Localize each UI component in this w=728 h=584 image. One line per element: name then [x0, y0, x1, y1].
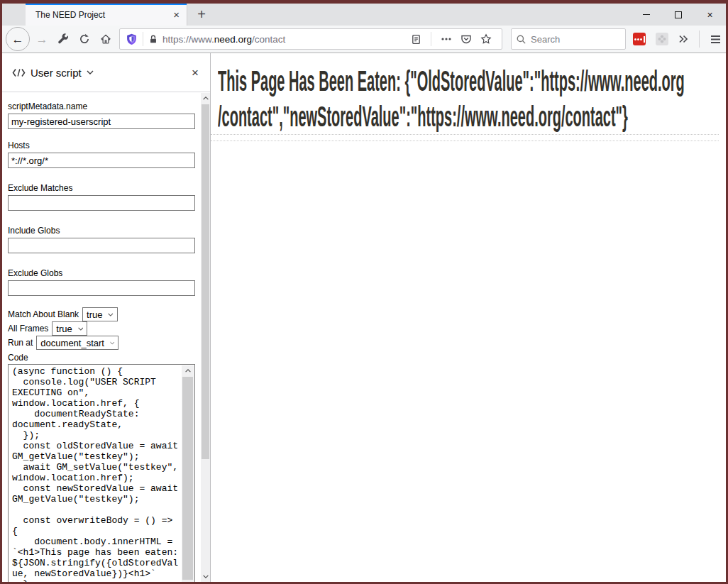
code-textarea[interactable]: (async function () { console.log("USER S… — [9, 365, 182, 582]
dotted-divider — [211, 134, 719, 135]
browser-window: The NEED Project × + × ← → — [2, 4, 726, 582]
search-bar[interactable] — [511, 28, 626, 50]
sidebar-form: scriptMetadata.name Hosts Exclude Matche… — [2, 93, 201, 582]
field-script-name: scriptMetadata.name — [8, 101, 195, 129]
scroll-up-arrow[interactable] — [182, 365, 194, 376]
reload-button[interactable] — [74, 28, 95, 50]
heading-line-1: This Page Has Been Eaten: {"OldStoredVal… — [218, 63, 715, 99]
close-icon: × — [707, 10, 712, 20]
home-button[interactable] — [95, 28, 116, 50]
sidebar-title: User script — [31, 67, 82, 79]
hosts-input[interactable] — [8, 153, 195, 168]
match-about-blank-label: Match About Blank — [8, 309, 79, 319]
bookmark-star-button[interactable] — [476, 29, 496, 49]
new-tab-button[interactable]: + — [189, 4, 214, 26]
tab-close-icon[interactable]: × — [172, 9, 181, 20]
window-controls: × — [630, 4, 726, 26]
meatball-menu-icon — [441, 38, 451, 40]
exclude-matches-input[interactable] — [8, 195, 195, 211]
tab-bar: The NEED Project × + × — [2, 4, 726, 26]
code-editor: (async function () { console.log("USER S… — [8, 364, 195, 582]
wrench-button[interactable] — [53, 28, 74, 50]
script-name-label: scriptMetadata.name — [8, 101, 195, 111]
code-scrollbar[interactable] — [182, 365, 194, 582]
code-label: Code — [8, 353, 195, 363]
field-match-about-blank: Match About Blank true — [8, 307, 195, 321]
tracking-protection-shield-icon[interactable] — [126, 33, 138, 45]
include-globs-input[interactable] — [8, 238, 195, 253]
lock-icon — [148, 34, 158, 45]
search-input[interactable] — [531, 34, 621, 45]
hamburger-menu-icon — [710, 35, 721, 44]
search-icon — [516, 34, 526, 45]
page-actions-button[interactable] — [436, 29, 456, 49]
hosts-label: Hosts — [8, 141, 195, 150]
all-frames-label: All Frames — [8, 324, 48, 334]
scroll-thumb[interactable] — [182, 377, 193, 580]
password-extension-button[interactable] — [633, 33, 646, 45]
url-scheme: https://www. — [162, 34, 214, 45]
titlebar-drag-space — [2, 4, 26, 26]
back-button[interactable]: ← — [6, 27, 30, 51]
wrench-icon — [57, 33, 69, 45]
chevron-down-icon — [78, 327, 84, 331]
pocket-icon — [460, 33, 472, 45]
url-domain: need.org — [214, 34, 252, 45]
forward-button[interactable]: → — [31, 28, 53, 50]
all-frames-select[interactable]: true — [52, 321, 87, 336]
script-name-input[interactable] — [8, 114, 195, 129]
code-icon — [12, 68, 26, 77]
reader-mode-button[interactable] — [406, 29, 426, 49]
sidebar-header: User script × — [2, 53, 210, 92]
exclude-matches-label: Exclude Matches — [8, 183, 195, 193]
minimize-icon — [643, 14, 650, 15]
page-heading: This Page Has Been Eaten: {"OldStoredVal… — [218, 63, 715, 134]
exclude-globs-input[interactable] — [8, 280, 195, 296]
sidebar-scrollbar[interactable] — [201, 93, 210, 582]
chevron-down-icon — [87, 70, 94, 75]
url-path: /contact — [252, 34, 285, 45]
reader-mode-icon — [411, 34, 421, 45]
run-at-label: Run at — [8, 338, 33, 348]
content-area: User script × scriptMetadata.name Hosts … — [2, 53, 726, 582]
field-all-frames: All Frames true — [8, 321, 195, 336]
reload-icon — [79, 33, 90, 45]
sidebar-close-button[interactable]: × — [189, 65, 202, 80]
exclude-globs-label: Exclude Globs — [8, 268, 195, 278]
field-exclude-globs: Exclude Globs — [8, 268, 195, 296]
maximize-button[interactable] — [662, 4, 694, 26]
urlbar-divider — [431, 32, 431, 46]
toolbar-divider — [699, 31, 700, 48]
hamburger-menu-button[interactable] — [705, 28, 726, 50]
scroll-up-arrow[interactable] — [201, 93, 210, 104]
star-icon — [480, 33, 492, 45]
active-tab-indicator — [26, 4, 187, 5]
chevron-down-icon — [108, 313, 114, 316]
pocket-button[interactable] — [456, 29, 476, 49]
scroll-thumb[interactable] — [202, 104, 209, 459]
close-window-button[interactable]: × — [694, 4, 726, 26]
browser-tab[interactable]: The NEED Project × — [26, 4, 187, 26]
url-text: https://www.need.org/contact — [162, 34, 406, 45]
navigation-toolbar: ← → https://www.need.org/contact — [2, 26, 726, 53]
home-icon — [100, 33, 111, 45]
minimize-button[interactable] — [630, 4, 662, 26]
url-bar[interactable]: https://www.need.org/contact — [119, 28, 502, 50]
match-about-blank-select[interactable]: true — [82, 307, 118, 321]
run-at-select[interactable]: document_start — [36, 336, 118, 350]
dotted-divider — [211, 141, 719, 141]
chevron-down-icon — [110, 341, 114, 345]
overflow-menu-button[interactable] — [673, 28, 694, 50]
page-content: This Page Has Been Eaten: {"OldStoredVal… — [211, 53, 726, 582]
scroll-down-arrow[interactable] — [201, 571, 210, 582]
disabled-extension-button[interactable] — [656, 33, 668, 45]
forward-arrow-icon: → — [36, 33, 48, 45]
heading-line-2: /contact","newStoredValue":"https://www.… — [218, 99, 715, 134]
include-globs-label: Include Globs — [8, 226, 195, 236]
extension-icon — [658, 35, 666, 43]
userscript-sidebar: User script × scriptMetadata.name Hosts … — [2, 53, 211, 582]
field-exclude-matches: Exclude Matches — [8, 183, 195, 211]
double-chevron-icon — [678, 35, 688, 43]
back-arrow-icon: ← — [12, 33, 24, 45]
sidebar-switcher[interactable]: User script — [12, 67, 189, 79]
